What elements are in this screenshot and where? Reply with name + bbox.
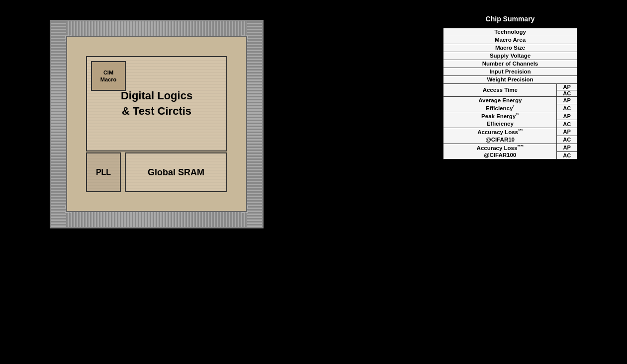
- avg-energy-ac: AC: [557, 104, 577, 112]
- macro-size-label: Macro Size: [444, 44, 577, 52]
- chip-summary-section: Chip Summary Technology Macro Area Macro…: [443, 15, 577, 159]
- accuracy-cifar100-ap: AP: [557, 144, 577, 151]
- access-time-ac: AC: [557, 90, 577, 96]
- table-row: Supply Voltage: [444, 52, 577, 60]
- table-row: Weight Precision: [444, 75, 577, 83]
- weight-precision-label: Weight Precision: [444, 75, 577, 83]
- cim-macro-label: CIMMacro: [100, 69, 116, 83]
- table-row: Number of Channels: [444, 60, 577, 68]
- table-row: Peak Energy**Efficiency AP: [444, 112, 577, 120]
- table-row: Technology: [444, 28, 577, 36]
- pll-label: PLL: [96, 168, 111, 177]
- table-row: Input Precision: [444, 68, 577, 75]
- access-time-ap: AP: [557, 83, 577, 90]
- chip-diagram: CIMMacro Digital Logics& Test Circtis PL…: [50, 20, 264, 228]
- peak-energy-label: Peak Energy**Efficiency: [444, 112, 557, 128]
- pll-block: PLL: [86, 152, 121, 192]
- accuracy-cifar10-ac: AC: [557, 136, 577, 144]
- macro-area-label: Macro Area: [444, 36, 577, 44]
- sram-label: Global SRAM: [148, 167, 204, 178]
- peak-energy-ac: AC: [557, 120, 577, 128]
- input-precision-label: Input Precision: [444, 68, 577, 75]
- digital-logics-label: Digital Logics& Test Circtis: [121, 88, 192, 119]
- chip-summary-table: Technology Macro Area Macro Size Supply …: [443, 28, 577, 159]
- table-row: Average EnergyEfficiency* AP: [444, 96, 577, 104]
- accuracy-cifar10-ap: AP: [557, 128, 577, 136]
- avg-energy-ap: AP: [557, 96, 577, 104]
- table-row: Macro Area: [444, 36, 577, 44]
- peak-energy-ap: AP: [557, 112, 577, 120]
- accuracy-cifar10-label: Accuracy Loss***@CIFAR10: [444, 128, 557, 144]
- avg-energy-label: Average EnergyEfficiency*: [444, 96, 557, 112]
- chip-summary-title: Chip Summary: [443, 15, 577, 23]
- num-channels-label: Number of Channels: [444, 60, 577, 68]
- table-row: Accuracy Loss****@CIFAR100 AP: [444, 144, 577, 151]
- sram-block: Global SRAM: [125, 152, 227, 192]
- technology-label: Technology: [444, 28, 577, 36]
- table-row: Access Time AP: [444, 83, 577, 90]
- supply-voltage-label: Supply Voltage: [444, 52, 577, 60]
- table-row: Accuracy Loss***@CIFAR10 AP: [444, 128, 577, 136]
- cim-macro-block: CIMMacro: [91, 61, 126, 91]
- accuracy-cifar100-label: Accuracy Loss****@CIFAR100: [444, 144, 557, 159]
- accuracy-cifar100-ac: AC: [557, 151, 577, 159]
- access-time-label: Access Time: [444, 83, 557, 96]
- table-row: Macro Size: [444, 44, 577, 52]
